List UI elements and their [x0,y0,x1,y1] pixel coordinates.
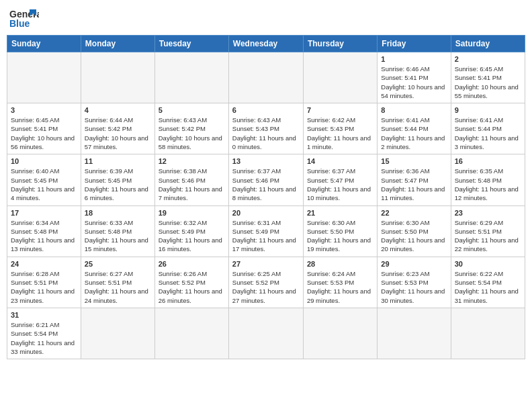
day-number: 21 [307,209,373,217]
day-number: 15 [381,157,447,165]
calendar-cell [81,308,154,359]
day-info: Sunrise: 6:37 AM Sunset: 5:47 PM Dayligh… [307,167,373,202]
day-info: Sunrise: 6:21 AM Sunset: 5:54 PM Dayligh… [11,320,77,356]
calendar-cell: 25Sunrise: 6:27 AM Sunset: 5:51 PM Dayli… [81,257,154,308]
day-number: 6 [232,106,300,114]
day-info: Sunrise: 6:41 AM Sunset: 5:44 PM Dayligh… [455,116,521,151]
weekday-header-thursday: Thursday [303,36,377,52]
day-number: 20 [232,209,300,217]
calendar-cell: 3Sunrise: 6:45 AM Sunset: 5:41 PM Daylig… [7,103,81,154]
calendar-cell: 26Sunrise: 6:26 AM Sunset: 5:52 PM Dayli… [154,257,228,308]
day-info: Sunrise: 6:27 AM Sunset: 5:51 PM Dayligh… [85,269,151,305]
calendar-cell: 28Sunrise: 6:24 AM Sunset: 5:53 PM Dayli… [303,257,377,308]
week-row-0: 1Sunrise: 6:46 AM Sunset: 5:41 PM Daylig… [7,52,525,103]
header: GeneralBlue [7,7,525,31]
calendar-cell: 12Sunrise: 6:38 AM Sunset: 5:46 PM Dayli… [154,154,228,205]
day-info: Sunrise: 6:32 AM Sunset: 5:49 PM Dayligh… [159,218,225,254]
calendar-cell: 21Sunrise: 6:30 AM Sunset: 5:50 PM Dayli… [303,205,377,257]
calendar-cell [378,308,451,359]
week-row-2: 10Sunrise: 6:40 AM Sunset: 5:45 PM Dayli… [7,154,525,205]
logo: GeneralBlue [9,7,39,31]
day-number: 4 [85,106,151,114]
calendar-cell: 20Sunrise: 6:31 AM Sunset: 5:49 PM Dayli… [228,205,303,257]
calendar-cell [81,52,154,103]
calendar-cell: 22Sunrise: 6:30 AM Sunset: 5:50 PM Dayli… [378,205,451,257]
day-info: Sunrise: 6:42 AM Sunset: 5:43 PM Dayligh… [307,116,373,151]
logo-icon: GeneralBlue [9,7,39,31]
calendar-cell: 1Sunrise: 6:46 AM Sunset: 5:41 PM Daylig… [378,52,451,103]
calendar-cell: 23Sunrise: 6:29 AM Sunset: 5:51 PM Dayli… [451,205,525,257]
calendar-cell [154,52,228,103]
calendar-cell: 10Sunrise: 6:40 AM Sunset: 5:45 PM Dayli… [7,154,81,205]
day-number: 10 [11,157,77,165]
day-number: 12 [159,157,225,165]
calendar-cell: 5Sunrise: 6:43 AM Sunset: 5:42 PM Daylig… [154,103,228,154]
day-info: Sunrise: 6:43 AM Sunset: 5:42 PM Dayligh… [159,116,225,151]
day-info: Sunrise: 6:25 AM Sunset: 5:52 PM Dayligh… [232,269,300,305]
calendar-cell: 30Sunrise: 6:22 AM Sunset: 5:54 PM Dayli… [451,257,525,308]
day-info: Sunrise: 6:24 AM Sunset: 5:53 PM Dayligh… [307,269,373,305]
calendar-cell [303,52,377,103]
day-number: 11 [85,157,151,165]
calendar-cell: 4Sunrise: 6:44 AM Sunset: 5:42 PM Daylig… [81,103,154,154]
weekday-header-tuesday: Tuesday [154,36,228,52]
day-number: 30 [455,260,521,268]
weekday-header-monday: Monday [81,36,154,52]
calendar-cell: 29Sunrise: 6:23 AM Sunset: 5:53 PM Dayli… [378,257,451,308]
calendar-cell [303,308,377,359]
calendar-cell: 9Sunrise: 6:41 AM Sunset: 5:44 PM Daylig… [451,103,525,154]
day-info: Sunrise: 6:28 AM Sunset: 5:51 PM Dayligh… [11,269,77,305]
day-info: Sunrise: 6:41 AM Sunset: 5:44 PM Dayligh… [381,116,447,151]
day-number: 22 [381,209,447,217]
week-row-5: 31Sunrise: 6:21 AM Sunset: 5:54 PM Dayli… [7,308,525,359]
day-number: 25 [85,260,151,268]
calendar-cell: 31Sunrise: 6:21 AM Sunset: 5:54 PM Dayli… [7,308,81,359]
day-number: 29 [381,260,447,268]
calendar-cell: 11Sunrise: 6:39 AM Sunset: 5:45 PM Dayli… [81,154,154,205]
calendar-cell [228,308,303,359]
weekday-header-wednesday: Wednesday [228,36,303,52]
day-number: 5 [159,106,225,114]
calendar-cell: 8Sunrise: 6:41 AM Sunset: 5:44 PM Daylig… [378,103,451,154]
calendar-cell: 15Sunrise: 6:36 AM Sunset: 5:47 PM Dayli… [378,154,451,205]
day-info: Sunrise: 6:43 AM Sunset: 5:43 PM Dayligh… [232,116,300,151]
weekday-header-saturday: Saturday [451,36,525,52]
day-number: 19 [159,209,225,217]
day-info: Sunrise: 6:23 AM Sunset: 5:53 PM Dayligh… [381,269,447,305]
day-info: Sunrise: 6:45 AM Sunset: 5:41 PM Dayligh… [11,116,77,151]
calendar-cell: 7Sunrise: 6:42 AM Sunset: 5:43 PM Daylig… [303,103,377,154]
calendar-cell: 13Sunrise: 6:37 AM Sunset: 5:46 PM Dayli… [228,154,303,205]
day-number: 14 [307,157,373,165]
calendar-cell: 24Sunrise: 6:28 AM Sunset: 5:51 PM Dayli… [7,257,81,308]
weekday-header-sunday: Sunday [7,36,81,52]
calendar-cell: 19Sunrise: 6:32 AM Sunset: 5:49 PM Dayli… [154,205,228,257]
calendar-cell: 18Sunrise: 6:33 AM Sunset: 5:48 PM Dayli… [81,205,154,257]
svg-text:Blue: Blue [9,18,30,29]
calendar-cell: 27Sunrise: 6:25 AM Sunset: 5:52 PM Dayli… [228,257,303,308]
day-info: Sunrise: 6:37 AM Sunset: 5:46 PM Dayligh… [232,167,300,202]
weekday-header-row: SundayMondayTuesdayWednesdayThursdayFrid… [7,36,525,52]
day-number: 26 [159,260,225,268]
day-number: 7 [307,106,373,114]
day-info: Sunrise: 6:30 AM Sunset: 5:50 PM Dayligh… [307,218,373,254]
calendar-cell: 14Sunrise: 6:37 AM Sunset: 5:47 PM Dayli… [303,154,377,205]
day-number: 13 [232,157,300,165]
week-row-4: 24Sunrise: 6:28 AM Sunset: 5:51 PM Dayli… [7,257,525,308]
day-info: Sunrise: 6:40 AM Sunset: 5:45 PM Dayligh… [11,167,77,202]
day-info: Sunrise: 6:38 AM Sunset: 5:46 PM Dayligh… [159,167,225,202]
day-number: 28 [307,260,373,268]
day-info: Sunrise: 6:44 AM Sunset: 5:42 PM Dayligh… [85,116,151,151]
day-number: 31 [11,311,77,319]
day-info: Sunrise: 6:33 AM Sunset: 5:48 PM Dayligh… [85,218,151,254]
day-info: Sunrise: 6:31 AM Sunset: 5:49 PM Dayligh… [232,218,300,254]
day-info: Sunrise: 6:45 AM Sunset: 5:41 PM Dayligh… [455,64,521,100]
day-info: Sunrise: 6:46 AM Sunset: 5:41 PM Dayligh… [381,64,447,100]
day-number: 1 [381,55,447,63]
day-number: 18 [85,209,151,217]
day-number: 27 [232,260,300,268]
day-number: 8 [381,106,447,114]
calendar-cell: 6Sunrise: 6:43 AM Sunset: 5:43 PM Daylig… [228,103,303,154]
day-info: Sunrise: 6:30 AM Sunset: 5:50 PM Dayligh… [381,218,447,254]
day-number: 17 [11,209,77,217]
calendar-cell [7,52,81,103]
